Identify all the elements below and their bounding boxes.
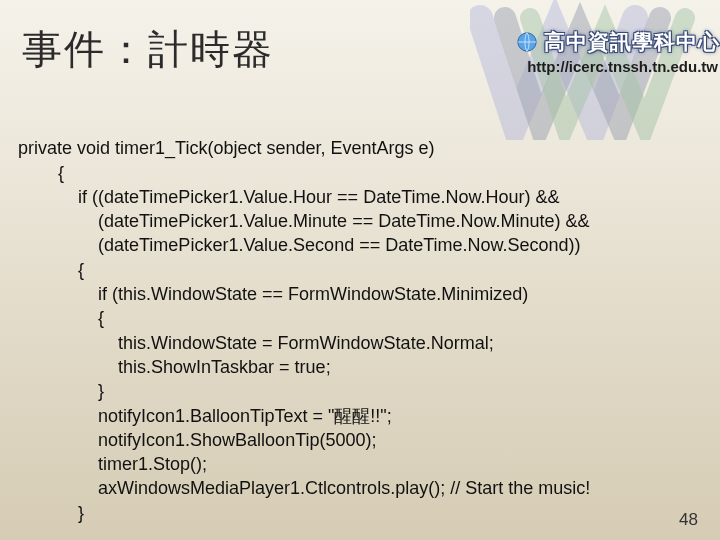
code-line: timer1.Stop(); [18, 454, 207, 474]
code-line: { [18, 260, 84, 280]
page-number: 48 [679, 510, 698, 530]
code-line: notifyIcon1.ShowBalloonTip(5000); [18, 430, 377, 450]
globe-icon [516, 31, 538, 53]
page-title: 事件：計時器 [22, 22, 274, 77]
code-block: private void timer1_Tick(object sender, … [18, 112, 708, 540]
code-line: (dateTimePicker1.Value.Minute == DateTim… [18, 211, 590, 231]
code-line: private void timer1_Tick(object sender, … [18, 138, 435, 158]
badge-title: 高中資訊學科中心 [544, 28, 720, 56]
code-line: (dateTimePicker1.Value.Second == DateTim… [18, 235, 581, 255]
header-branding: 高中資訊學科中心 http://icerc.tnssh.tn.edu.tw [470, 28, 720, 75]
code-line: if (this.WindowState == FormWindowState.… [18, 284, 528, 304]
code-line: { [18, 308, 104, 328]
code-line: axWindowsMediaPlayer1.Ctlcontrols.play()… [18, 478, 590, 498]
code-line: this.ShowInTaskbar = true; [18, 357, 331, 377]
code-line: { [18, 163, 64, 183]
code-line: this.WindowState = FormWindowState.Norma… [18, 333, 494, 353]
slide-root: 事件：計時器 高中資訊學科中心 http://icerc.tnssh.tn.ed… [0, 0, 720, 540]
site-badge: 高中資訊學科中心 [470, 28, 720, 56]
code-line: } [18, 381, 104, 401]
code-line: notifyIcon1.BalloonTipText = "醒醒!!"; [18, 406, 392, 426]
site-url: http://icerc.tnssh.tn.edu.tw [470, 58, 720, 75]
code-line: if ((dateTimePicker1.Value.Hour == DateT… [18, 187, 560, 207]
code-line: } [18, 503, 84, 523]
